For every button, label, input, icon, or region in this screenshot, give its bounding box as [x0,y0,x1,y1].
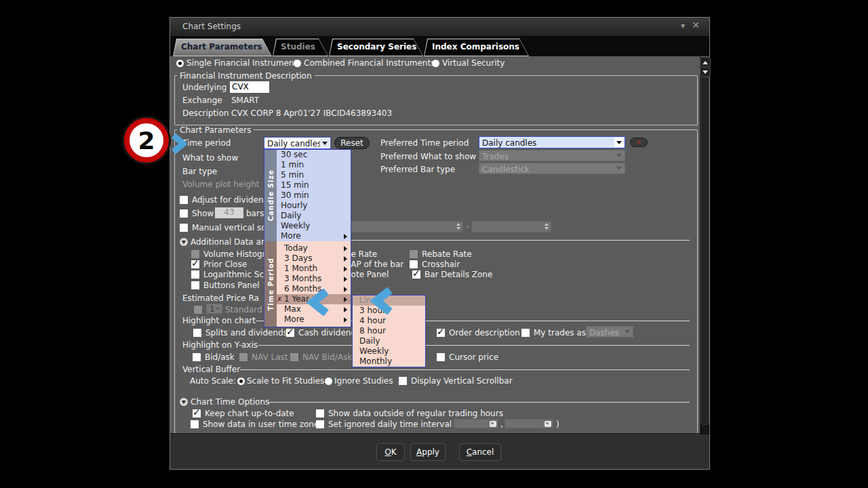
chart-time-options-twisty-icon[interactable] [180,398,188,406]
menu-item-period-more[interactable]: More [277,314,351,325]
dialog-vertical-scrollbar[interactable] [700,57,709,434]
submenu-item-monthly[interactable]: Monthly [353,357,425,367]
tab-studies[interactable]: Studies [273,39,328,56]
menu-item-30-min[interactable]: 30 min [277,190,351,201]
step-2-number: 2 [138,127,155,155]
keep-chart-up-to-date-checkbox[interactable] [193,409,201,418]
my-trades-checkbox[interactable] [521,329,530,337]
chart-time-options-label: Chart Time Options [191,397,269,407]
highlight-on-y-axis-divider [258,345,690,346]
window-menu-icon[interactable]: ▾ [681,21,685,30]
order-description-checkbox[interactable] [437,329,445,337]
menu-item-5-min[interactable]: 5 min [277,170,351,180]
time-period-group-label: Time Period [267,258,275,310]
exchange-value: SMART [231,96,259,105]
submenu-item-daily[interactable]: Daily [353,336,425,346]
menu-item-1-min[interactable]: 1 min [277,160,351,170]
time-picker-icon[interactable] [545,421,551,427]
menu-item-weekly[interactable]: Weekly [277,221,351,231]
display-vertical-scrollbar-checkbox[interactable] [399,377,407,385]
ignored-interval-end-input[interactable] [505,419,553,428]
underlying-input[interactable]: CVX [230,81,269,93]
preferred-time-period-label: Preferred Time period [380,138,469,148]
submenu-item-4-hour[interactable]: 4 hour [353,316,425,326]
menu-item-daily[interactable]: Daily [277,211,351,221]
menu-item-candle-more[interactable]: More [277,231,351,241]
splits-dividends-label: Splits and dividends [205,328,288,338]
preferred-time-period-combo[interactable]: Daily candles [479,136,625,148]
annotation-arrow-right-icon [170,134,186,154]
chart-parameters-legend: Chart Parameters [177,125,254,135]
time-period-combo[interactable]: Daily candles [264,137,331,149]
tab-label: Index Comparisons [432,42,519,52]
scale-to-fit-radio[interactable] [237,378,245,385]
time-period-sidebar: Time Period [264,241,277,327]
ok-button[interactable]: OK [376,443,405,461]
tab-chart-parameters[interactable]: Chart Parameters [173,39,272,56]
additional-data-twisty-icon[interactable] [180,238,188,246]
bid-ask-checkbox[interactable] [193,353,201,361]
set-ignored-interval-checkbox[interactable] [316,420,324,428]
ignored-interval-start-input[interactable] [454,419,498,428]
radio-combined-financial-instruments[interactable] [294,60,301,67]
menu-item-30-sec[interactable]: 30 sec [277,150,351,160]
combo-arrow[interactable] [614,138,624,147]
underlying-value: CVX [232,82,249,92]
estimated-count-combo: 1 [206,304,222,314]
adjust-for-dividend-checkbox[interactable] [180,196,188,204]
prior-close-checkbox[interactable] [191,260,199,268]
splits-dividends-checkbox[interactable] [193,329,201,337]
nav-last-checkbox [239,353,248,361]
close-icon[interactable]: ✕ [692,20,700,30]
menu-item-hourly[interactable]: Hourly [277,201,351,211]
radio-virtual-security[interactable] [432,60,439,67]
time-period-value: Daily candles [267,139,321,148]
buttons-panel-checkbox[interactable] [191,281,199,289]
cursor-price-checkbox[interactable] [437,353,445,361]
manual-vertical-scale-checkbox[interactable] [180,224,188,232]
menu-item-1-month[interactable]: 1 Month [277,264,351,274]
scale-to-fit-label: Scale to Fit Studies [247,376,324,386]
ignore-studies-radio[interactable] [325,378,332,385]
tab-label: Studies [281,42,315,52]
submenu-arrow-icon [344,256,347,262]
vwap-fragment: WAP of the bar [343,260,403,269]
apply-button[interactable]: Apply [410,443,446,461]
logarithmic-scale-checkbox[interactable] [191,270,199,279]
scrollbar-thumb[interactable] [701,67,709,425]
menu-item-3-days[interactable]: 3 Days [277,253,351,264]
annotation-arrow-line-icon [368,287,397,314]
my-trades-label: My trades as [534,328,586,338]
tab-secondary-series[interactable]: Secondary Series [329,39,423,56]
quote-panel-fragment: uote Panel [346,270,389,279]
range-dash: - [466,222,469,231]
radio-single-financial-instrument[interactable] [176,60,184,67]
preferred-what-to-show-label: Preferred What to show [380,152,476,161]
bar-details-zone-checkbox[interactable] [412,270,420,279]
ignore-studies-label: Ignore Studies [334,376,393,386]
time-picker-icon[interactable] [490,421,496,427]
submenu-item-weekly[interactable]: Weekly [353,346,425,357]
set-ignored-interval-label: Set ignored daily time interval ( [328,420,458,429]
scroll-down-button[interactable] [700,66,711,77]
bar-type-label: Bar type [182,167,217,176]
highlight-on-chart-label: Highlight on chart [182,316,256,325]
show-outside-hours-label: Show data outside of regular trading hou… [328,409,503,418]
clear-preferred-button[interactable]: ✕ [630,138,648,147]
menu-item-3-months[interactable]: 3 Months [277,274,351,284]
cancel-button[interactable]: Cancel [459,443,501,461]
reset-button[interactable]: Reset [334,137,370,149]
candle-size-items: 30 sec 1 min 5 min 15 min 30 min Hourly … [277,150,351,241]
submenu-item-8-hour[interactable]: 8 hour [353,326,425,336]
submenu-arrow-icon [344,277,347,282]
preferred-bar-type-value: Candlestick [482,165,530,174]
user-time-zone-checkbox[interactable] [191,420,199,428]
combo-arrow[interactable] [320,138,330,148]
cash-dividend-checkbox[interactable] [286,329,294,337]
menu-item-today[interactable]: Today [277,243,351,253]
show-outside-hours-checkbox[interactable] [316,409,324,418]
tab-index-comparisons[interactable]: Index Comparisons [424,39,529,56]
menu-item-15-min[interactable]: 15 min [277,180,351,190]
show-bars-checkbox[interactable] [180,209,188,218]
title-bar: Chart Settings ▾ ✕ [170,18,709,36]
